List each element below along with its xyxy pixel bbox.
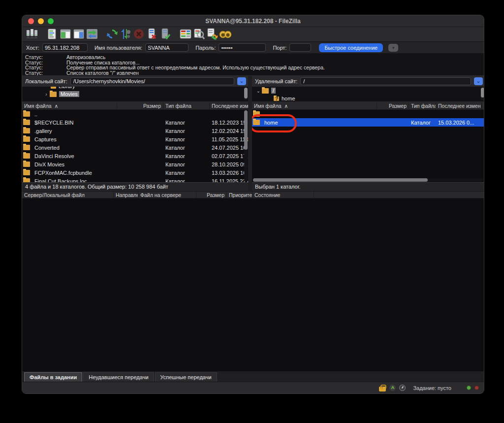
column-header-modified[interactable]: Последнее измен: [436, 102, 482, 110]
port-input[interactable]: [289, 43, 311, 52]
synchronized-browsing-button[interactable]: [205, 28, 219, 41]
queue-size-label: Задание: пусто: [413, 385, 451, 391]
tree-item-label: /: [271, 88, 276, 94]
password-input[interactable]: [219, 43, 266, 52]
local-list-scrollbar[interactable]: [244, 110, 248, 182]
log-status-label: Статус:: [25, 55, 66, 60]
file-row[interactable]: ConvertedКаталог24.07.2025 10:5...: [22, 143, 248, 152]
queue-body[interactable]: [22, 198, 484, 371]
quickconnect-button[interactable]: Быстрое соединение: [319, 43, 383, 52]
tab-failed-transfers[interactable]: Неудавшиеся передачи: [83, 372, 154, 382]
file-modified: 11.05.2025 11:04...: [210, 136, 248, 142]
local-path-dropdown-button[interactable]: ⌄: [237, 77, 246, 85]
file-type: Каталог: [163, 120, 210, 126]
file-name: Final Cut Backups.loc...: [32, 178, 114, 183]
remote-path-dropdown-button[interactable]: ⌄: [474, 77, 483, 85]
column-header-server-local-file[interactable]: Сервер/Локальный файл: [22, 192, 114, 199]
queue-view-button[interactable]: [85, 28, 98, 41]
zoom-window-button[interactable]: [48, 18, 54, 24]
process-queue-icon: [120, 28, 131, 41]
folder-icon: [23, 170, 30, 175]
file-row[interactable]: $RECYCLE.BINКаталог18.12.2023 15:5...: [22, 118, 248, 127]
find-files-button[interactable]: [219, 28, 232, 41]
host-input[interactable]: [42, 43, 88, 52]
column-header-permissions[interactable]: [482, 102, 484, 110]
log-view-button[interactable]: [45, 28, 59, 41]
file-row[interactable]: DivX MoviesКаталог28.10.2025 09:3...: [22, 160, 248, 168]
directory-comparison-button[interactable]: [192, 28, 205, 41]
find-files-icon: [219, 29, 232, 40]
local-tree-view-button[interactable]: [59, 28, 72, 41]
tree-item-library[interactable]: Library: [22, 87, 248, 90]
local-tree-scrollbar[interactable]: [244, 88, 248, 100]
chevron-down-icon: ⌄: [476, 78, 480, 84]
column-header-status[interactable]: Состояние: [252, 192, 314, 199]
column-header-priority[interactable]: Приорите: [227, 192, 252, 199]
refresh-button[interactable]: [105, 28, 119, 41]
file-row-selected[interactable]: home Каталог 15.03.2026 0... 0: [252, 118, 484, 127]
file-name: Converted: [32, 145, 114, 151]
folder-icon: [23, 145, 30, 150]
file-name: ..: [32, 111, 114, 117]
title-bar[interactable]: SVANNA@95.31.182.208 - FileZilla: [22, 15, 484, 27]
file-row[interactable]: FCPXonMAC.fcpbundleКаталог13.03.2026 16:…: [22, 168, 248, 177]
tab-successful-transfers[interactable]: Успешные передачи: [155, 372, 217, 382]
column-header-direction[interactable]: Направле: [114, 192, 138, 199]
file-modified: 12.02.2024 15:1...: [210, 128, 248, 134]
reconnect-button[interactable]: [158, 28, 172, 41]
column-header-size[interactable]: Размер: [196, 192, 227, 199]
local-path-input[interactable]: [70, 77, 234, 85]
file-type: Каталог: [163, 128, 210, 134]
column-header-size[interactable]: Размер: [117, 102, 163, 110]
site-manager-button[interactable]: [25, 28, 38, 41]
tree-item-home[interactable]: home: [252, 95, 484, 102]
remote-file-list[interactable]: .. home Каталог 15.03.2026 0... 0: [252, 110, 484, 182]
transfer-type-icon[interactable]: A: [389, 385, 396, 391]
lock-icon[interactable]: [379, 387, 386, 391]
folder-icon: [23, 153, 30, 159]
minimize-window-button[interactable]: [38, 18, 44, 24]
cancel-button[interactable]: [132, 28, 145, 41]
column-header-name[interactable]: Имя файла ∧: [252, 102, 377, 110]
remote-panel: Удаленный сайт: ⌄ ⌄ / home Имя файла ∧ Р…: [252, 76, 484, 191]
remote-path-input[interactable]: [300, 77, 471, 85]
local-tree[interactable]: Library › Movies: [22, 87, 248, 102]
file-row[interactable]: DaVinci ResolveКаталог02.07.2025 17:2...: [22, 152, 248, 160]
folder-icon: [23, 162, 30, 167]
quickconnect-dropdown-button[interactable]: ▾: [388, 44, 398, 52]
remote-tree[interactable]: ⌄ / home: [252, 87, 484, 102]
column-header-name[interactable]: Имя файла ∧: [22, 102, 117, 110]
column-header-type[interactable]: Тип файла: [163, 102, 210, 110]
speed-limits-icon[interactable]: [399, 385, 406, 391]
column-header-remote-file[interactable]: Файл на сервере: [138, 192, 196, 199]
file-row[interactable]: .galleryКаталог12.02.2024 15:1...: [22, 127, 248, 135]
queue-view-icon: [86, 29, 98, 40]
file-row[interactable]: ..: [22, 110, 248, 118]
filter-button[interactable]: [179, 28, 192, 41]
filezilla-window: SVANNA@95.31.182.208 - FileZilla: [22, 15, 484, 394]
username-input[interactable]: [145, 43, 189, 52]
file-row[interactable]: Final Cut Backups.loc...Каталог16.11.202…: [22, 177, 248, 182]
process-queue-button[interactable]: [119, 28, 132, 41]
column-header-size[interactable]: Размер: [377, 102, 409, 110]
panel-splitter[interactable]: [248, 76, 252, 191]
remote-list-hscrollbar[interactable]: [253, 178, 483, 182]
chevron-right-icon[interactable]: ›: [44, 92, 49, 97]
local-file-list[interactable]: .. $RECYCLE.BINКаталог18.12.2023 15:5...…: [22, 110, 248, 182]
sort-asc-icon: ∧: [55, 103, 59, 109]
column-header-type[interactable]: Тип файла: [409, 102, 436, 110]
remote-tree-view-button[interactable]: [72, 28, 85, 41]
disconnect-button[interactable]: [145, 28, 158, 41]
folder-icon: [23, 111, 30, 117]
file-row[interactable]: CapturesКаталог11.05.2025 11:04...: [22, 135, 248, 143]
close-window-button[interactable]: [28, 18, 34, 24]
chevron-down-icon[interactable]: ⌄: [256, 88, 261, 94]
remote-tree-scrollbar[interactable]: [481, 88, 484, 100]
tab-queued-files[interactable]: Файлы в задании: [24, 372, 82, 382]
tree-item-movies[interactable]: › Movies: [22, 90, 248, 98]
local-path-bar: Локальный сайт: ⌄: [22, 76, 248, 87]
tree-item-root[interactable]: ⌄ /: [252, 87, 484, 95]
file-row[interactable]: ..: [252, 110, 484, 118]
folder-icon: [253, 120, 260, 125]
log-status-label: Статус:: [25, 70, 66, 76]
